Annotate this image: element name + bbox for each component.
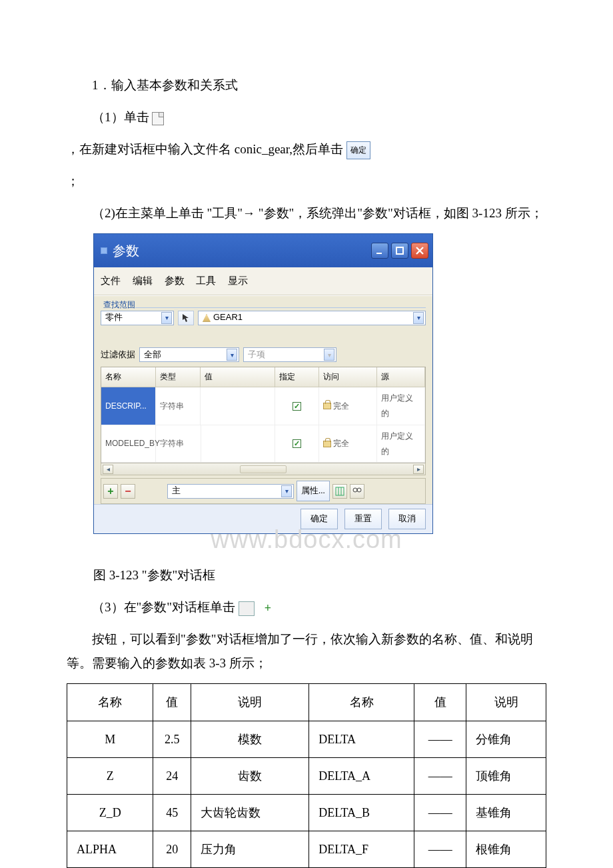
reset-button[interactable]: 重置 <box>344 509 382 529</box>
menu-tools[interactable]: 工具 <box>196 275 216 286</box>
ok-button[interactable]: 确定 <box>301 509 338 529</box>
td: DELTA <box>309 721 414 757</box>
cancel-button[interactable]: 取消 <box>388 509 426 529</box>
lock-icon <box>323 441 331 447</box>
cell-value <box>201 425 275 463</box>
td: ALPHA <box>67 831 153 868</box>
step-2: （2)在主菜单上单击 "工具"→ "参数"，系统弹出"参数"对话框，如图 3-1… <box>67 201 546 225</box>
main-combo[interactable]: 主 ▾ <box>167 484 294 499</box>
subitem-combo[interactable]: 子项 ▾ <box>243 347 336 362</box>
menu-display[interactable]: 显示 <box>228 275 248 286</box>
menubar: 文件 编辑 参数 工具 显示 <box>94 267 432 295</box>
minimize-button[interactable] <box>371 243 388 259</box>
add-button[interactable]: + <box>103 484 118 499</box>
td: M <box>67 721 153 757</box>
cell-name: DESCRIP... <box>101 387 156 425</box>
menu-file[interactable]: 文件 <box>101 275 121 286</box>
cell-name: MODELED_BY <box>101 425 156 463</box>
svg-point-6 <box>357 488 361 492</box>
bottom-toolbar: + − 主 ▾ 属性... <box>101 478 426 504</box>
horizontal-scrollbar[interactable]: ◂ ▸ <box>101 463 426 475</box>
cell-type: 字符串 <box>156 425 201 463</box>
cell-specified <box>275 387 319 425</box>
menu-params[interactable]: 参数 <box>165 275 185 286</box>
semicolon-line: ； <box>67 169 546 193</box>
table-row: Z_D 45 大齿轮齿数 DELTA_B —— 基锥角 <box>67 794 546 831</box>
check-icon <box>293 402 301 411</box>
td: 大齿轮齿数 <box>191 794 308 831</box>
filter-value: 全部 <box>144 347 161 363</box>
scroll-thumb[interactable] <box>240 465 287 473</box>
parameters-table: 名称 值 说明 名称 值 说明 M 2.5 模数 DELTA —— 分锥角 Z … <box>67 683 546 868</box>
text-fragment: ，在新建对话框中输入文件名 conic_gear,然后单击 <box>67 142 343 156</box>
scroll-right-icon[interactable]: ▸ <box>413 465 424 474</box>
menu-edit[interactable]: 编辑 <box>133 275 153 286</box>
remove-button[interactable]: − <box>121 484 135 499</box>
step-3: （3）在"参数"对话框单击 + <box>67 595 546 619</box>
td: DELTA_F <box>309 831 414 868</box>
chevron-down-icon: ▾ <box>413 312 424 324</box>
td: 45 <box>153 794 191 831</box>
cell-access: 完全 <box>319 425 378 463</box>
td: 模数 <box>191 721 308 757</box>
col-specified[interactable]: 指定 <box>275 367 319 387</box>
td: —— <box>414 831 466 868</box>
td: 根锥角 <box>466 831 546 868</box>
filter-combo[interactable]: 全部 ▾ <box>139 347 239 362</box>
cell-value <box>201 387 275 425</box>
td: Z <box>67 757 153 794</box>
properties-button[interactable]: 属性... <box>297 481 330 501</box>
maximize-button[interactable] <box>391 243 408 259</box>
main-label: 主 <box>172 483 181 499</box>
col-type[interactable]: 类型 <box>156 367 201 387</box>
td: 齿数 <box>191 757 308 794</box>
col-value[interactable]: 值 <box>201 367 275 387</box>
window-icon <box>101 247 107 254</box>
close-button[interactable] <box>411 243 428 259</box>
file-combo[interactable]: GEAR1 ▾ <box>198 311 426 325</box>
chevron-down-icon: ▾ <box>227 349 237 361</box>
text-fragment: （1）单击 <box>92 110 149 124</box>
svg-rect-2 <box>336 487 344 495</box>
text-fragment: （3）在"参数"对话框单击 <box>92 600 235 614</box>
td: 压力角 <box>191 831 308 868</box>
cell-specified <box>275 425 319 463</box>
chevron-down-icon: ▾ <box>324 349 334 361</box>
pick-tool-button[interactable] <box>178 311 194 325</box>
ok-button-inline: 确定 <box>346 141 370 159</box>
grid-row[interactable]: DESCRIP... 字符串 完全 用户定义的 <box>101 387 425 425</box>
td: 基锥角 <box>466 794 546 831</box>
step-1-heading: 1．输入基本参数和关系式 <box>67 73 546 97</box>
step-1-1-cont: ，在新建对话框中输入文件名 conic_gear,然后单击 确定 <box>67 137 546 161</box>
td: 顶锥角 <box>466 757 546 794</box>
grid-row[interactable]: MODELED_BY 字符串 完全 用户定义的 <box>101 425 425 463</box>
grid-header: 名称 类型 值 指定 访问 源 <box>101 367 425 387</box>
col-source[interactable]: 源 <box>377 367 425 387</box>
td: Z_D <box>67 794 153 831</box>
parameters-dialog: 参数 文件 编辑 参数 工具 显示 查找范围 零件 ▾ <box>93 233 433 533</box>
th: 值 <box>414 684 466 721</box>
scope-value: 零件 <box>105 309 123 326</box>
find-button[interactable] <box>350 484 364 499</box>
columns-button[interactable] <box>332 484 347 499</box>
th: 值 <box>153 684 191 721</box>
table-row: M 2.5 模数 DELTA —— 分锥角 <box>67 721 546 757</box>
td: 20 <box>153 831 191 868</box>
new-file-icon <box>152 112 164 125</box>
scroll-left-icon[interactable]: ◂ <box>103 465 113 474</box>
dialog-footer: 确定 重置 取消 <box>94 504 432 533</box>
file-name: GEAR1 <box>213 309 243 326</box>
step-3-cont: 按钮，可以看到"参数"对话框增加了一行，依次输入新参数的名称、值、和说明等。需要… <box>67 627 546 675</box>
plus-button-inline: + <box>239 601 255 616</box>
td: 2.5 <box>153 721 191 757</box>
td: 24 <box>153 757 191 794</box>
th: 名称 <box>309 684 414 721</box>
td: 分锥角 <box>466 721 546 757</box>
col-access[interactable]: 访问 <box>319 367 378 387</box>
part-icon <box>203 314 211 322</box>
svg-rect-0 <box>376 253 382 254</box>
col-name[interactable]: 名称 <box>101 367 156 387</box>
scope-combo[interactable]: 零件 ▾ <box>101 311 174 325</box>
access-text: 完全 <box>333 399 349 414</box>
td: —— <box>414 721 466 757</box>
